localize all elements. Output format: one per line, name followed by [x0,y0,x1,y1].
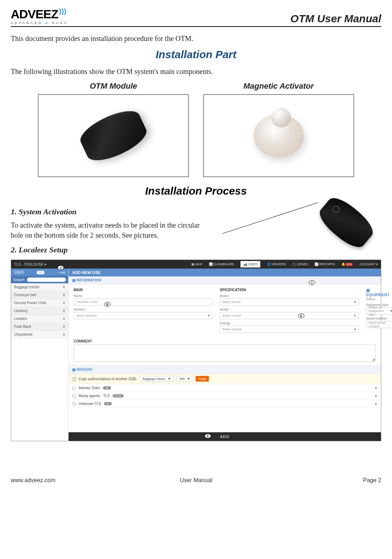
model-label: Model [220,308,359,311]
chevron-down-icon: ⬇ [374,394,377,398]
brand-label: Brand [220,294,359,298]
logo-text: ADVEEZ [11,7,58,21]
radio-icon[interactable] [72,394,76,398]
caret-down-icon: ▼ [207,314,210,317]
pointer-line-icon [223,202,318,233]
doc-title: OTM User Manual [290,13,381,25]
nav-drivers[interactable]: 👤 DRIVERS [267,262,286,266]
logo-wave-icon: ⟩⟩⟩ [59,7,66,16]
chevron-down-icon: ⬇ [374,402,377,406]
otm-device-icon [76,104,151,167]
driver-row[interactable]: Adveez Team0/8⬇ [69,384,381,392]
division-label: Division [74,308,213,311]
nav-alerts[interactable]: 🔔279 [341,262,353,266]
nav-zones[interactable]: ◯ ZONES [292,262,308,266]
caret-down-icon: ▼ [354,301,356,304]
footer-title: User Manual [180,477,213,484]
copy-label: Copy authorizations of another GSE: [79,377,137,381]
chevron-down-icon: ⬇ [62,317,65,321]
heading-installation-process: Installation Process [11,185,381,197]
otm-bottom-icon [314,192,378,253]
footer-page: Page 2 [363,477,381,484]
side-head-label: GSES [14,270,24,274]
callout-d: D [298,313,304,318]
caret-down-icon: ▼ [354,328,356,331]
side-item[interactable]: Loaders⬇ [11,315,68,323]
side-item[interactable]: Baggage tractor⬇ [11,283,68,291]
components-row: OTM Module Magnetic Activator [11,81,381,177]
otm-module-title: OTM Module [38,81,189,91]
step1-title: 1. System Activation [11,207,212,216]
step1-text: To activate the system, activator needs … [11,220,212,240]
side-item[interactable]: Ground Power Units⬇ [11,299,68,307]
nav-dashboard[interactable]: 📊 DASHBOARD [209,262,234,266]
copy-num-select[interactable]: 066▼ [176,376,193,382]
side-search[interactable]: Search [11,276,68,283]
nav-map[interactable]: ▦ MAP [191,262,202,266]
chevron-down-icon: ⬇ [62,301,65,305]
main-section-label: MAIN [74,288,213,292]
side-item[interactable]: Push Back⬇ [11,323,68,331]
copy-button[interactable]: Copy [196,376,209,382]
chevron-down-icon: ⬇ [374,386,377,390]
caret-down-icon: ▼ [390,309,392,313]
site-selector[interactable]: TLS - TOULOUSE ▾ [14,262,64,266]
caret-down-icon: ▼ [354,314,356,317]
side-item[interactable]: Conveyor belt⬇ [11,291,68,299]
nav-gses[interactable]: 🚜 GSES [241,261,260,267]
side-item[interactable]: Unpowered⬇ [11,331,68,339]
intro-text: This document provides an installation p… [11,33,381,43]
chevron-down-icon: ⬇ [62,293,65,297]
chevron-down-icon: ⬇ [62,332,65,336]
driver-row[interactable]: Ramp agents - TLS0/149⬇ [69,392,381,400]
add-button[interactable]: ADD [69,432,381,441]
localeez-screenshot: TLS - TOULOUSE ▾ ▦ MAP 📊 DASHBOARD 🚜 GSE… [11,260,381,441]
chevron-down-icon: ⬇ [62,325,65,329]
comment-textarea[interactable] [74,345,376,362]
page-header: ADVEEZ⟩⟩⟩ ADVANCED & EASY OTM User Manua… [11,7,381,27]
serial-input[interactable]: Insert serial number [366,321,392,328]
magnetic-activator-title: Magnetic Activator [203,81,354,91]
model-select[interactable]: Select model▼ [220,312,359,319]
energy-label: Energy [220,321,359,325]
drivers-bar: ▦ DRIVERS [69,365,381,374]
callout-a: A [57,265,64,270]
chevron-down-icon: ⬇ [62,309,65,313]
equip-type-select[interactable]: Select an equipment type▼ [366,307,392,315]
ss-topbar: TLS - TOULOUSE ▾ ▦ MAP 📊 DASHBOARD 🚜 GSE… [11,260,381,269]
chevron-down-icon: ⬇ [62,285,65,289]
information-bar: ▦ INFORMATION [69,276,381,284]
comment-label: COMMENT [74,339,376,343]
radio-icon[interactable] [72,402,76,406]
illus-intro: The following illustrations show the OTM… [11,66,381,76]
activator-icon [253,114,304,157]
copy-auth-row: 📋 Copy authorizations of another GSE: Ba… [69,374,381,384]
otm-module-photo [38,94,189,177]
page-footer: www.adveez.com User Manual Page 2 [11,466,381,487]
nav-reports[interactable]: 📈 REPORTS [314,262,335,266]
side-item[interactable]: Lavatory⬇ [11,307,68,315]
callout-e: E [205,434,211,438]
logo: ADVEEZ⟩⟩⟩ ADVANCED & EASY [11,7,68,25]
ss-sidebar: GSES 72 + Add Search Baggage tractor⬇ Co… [11,269,69,441]
equipment-title: ▦ EQUIPMENT [366,288,389,297]
footer-url: www.adveez.com [11,477,56,484]
callout-b: B [104,302,111,307]
nav-account[interactable]: ACCOUNT ▾ [359,262,378,266]
add-new-gse-bar: ADD NEW GSE [69,269,381,276]
callout-c: C [309,280,315,285]
activation-figure [223,203,381,257]
brand-select[interactable]: Select brand▼ [220,298,359,306]
radio-icon[interactable] [72,386,76,390]
side-count: 72 [37,271,45,274]
driver-row[interactable]: Unknown TLS0/1⬇ [69,400,381,408]
energy-select[interactable]: Select energy▼ [220,326,359,333]
division-select[interactable]: Select division▼ [74,312,213,319]
side-add-button[interactable]: + Add [57,271,65,274]
name-label: Name [74,294,213,298]
spec-section-label: SPICIFICATION [220,288,359,292]
copy-icon: 📋 [72,377,76,381]
copy-gse-select[interactable]: Baggage tractor▼ [139,376,174,382]
heading-installation-part: Installation Part [11,48,381,61]
name-input[interactable]: Charlotte 1234 [74,298,213,306]
